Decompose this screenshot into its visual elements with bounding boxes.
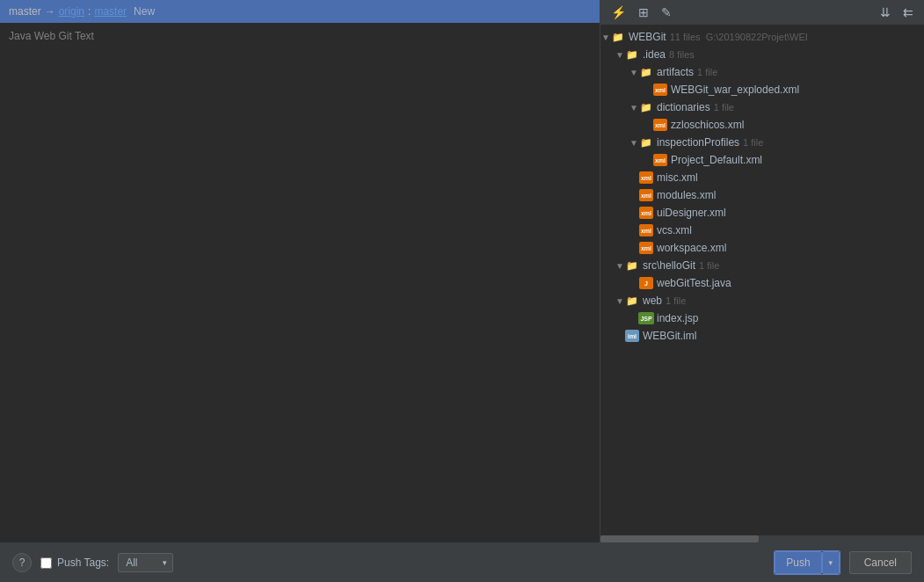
artifacts-label: artifacts: [657, 66, 694, 78]
left-content: Java Web Git Text: [0, 23, 600, 542]
file-label: workspace.xml: [657, 242, 726, 254]
tree-web-folder[interactable]: ▼ 📁 web 1 file: [600, 292, 924, 309]
inspection-arrow: ▼: [629, 138, 639, 148]
file-label: WEBGit_war_exploded.xml: [671, 84, 799, 96]
settings-icon[interactable]: ⇇: [899, 4, 917, 21]
expand-all-icon[interactable]: ⊞: [635, 4, 652, 21]
push-button[interactable]: Push: [775, 551, 821, 574]
new-badge: New: [134, 5, 155, 18]
web-arrow: ▼: [615, 296, 625, 306]
push-tags-checkbox[interactable]: [40, 557, 52, 569]
file-label: uiDesigner.xml: [657, 207, 726, 219]
root-folder-icon: 📁: [611, 30, 625, 44]
tree-artifacts-folder[interactable]: ▼ 📁 artifacts 1 file: [600, 63, 924, 81]
root-meta: 11 files G:\20190822Projet\WEI: [670, 32, 808, 42]
file-label: webGitTest.java: [657, 277, 731, 289]
list-item[interactable]: JSP index.jsp: [600, 309, 924, 327]
dict-folder-icon: 📁: [639, 100, 653, 114]
push-tags-wrapper: Push Tags:: [40, 557, 109, 569]
web-folder-icon: 📁: [625, 294, 639, 308]
inspection-folder-icon: 📁: [639, 135, 653, 149]
src-meta: 1 file: [699, 260, 719, 271]
root-label: WEBGit: [629, 31, 666, 43]
bottom-bar: ? Push Tags: All None Push ▼ Cancel: [0, 542, 924, 582]
push-tags-select[interactable]: All None: [118, 553, 173, 572]
list-item[interactable]: xml misc.xml: [600, 169, 924, 186]
idea-arrow: ▼: [615, 50, 625, 60]
list-item[interactable]: xml WEBGit_war_exploded.xml: [600, 81, 924, 98]
tree-dictionaries-folder[interactable]: ▼ 📁 dictionaries 1 file: [600, 98, 924, 116]
idea-label: .idea: [643, 48, 666, 61]
list-item[interactable]: xml uiDesigner.xml: [600, 204, 924, 222]
jsp-file-icon: JSP: [639, 311, 653, 325]
tree-inspection-folder[interactable]: ▼ 📁 inspectionProfiles 1 file: [600, 134, 924, 151]
collapse-icon[interactable]: ⇊: [877, 4, 894, 21]
file-label: Project_Default.xml: [671, 154, 762, 166]
list-item[interactable]: J webGitTest.java: [600, 274, 924, 292]
remote-link[interactable]: origin: [59, 5, 84, 18]
left-panel: master → origin : master New Java Web Gi…: [0, 0, 600, 542]
xml-file-icon: xml: [639, 171, 653, 185]
xml-file-icon: xml: [653, 118, 667, 132]
file-label: misc.xml: [657, 171, 698, 184]
tree-src-folder[interactable]: ▼ 📁 src\helloGit 1 file: [600, 257, 924, 274]
inspection-meta: 1 file: [743, 137, 763, 148]
file-label: zzloschicos.xml: [671, 119, 744, 131]
file-tree[interactable]: ▼ 📁 WEBGit 11 files G:\20190822Projet\WE…: [600, 25, 924, 535]
file-label: modules.xml: [657, 189, 716, 201]
right-toolbar: ⚡ ⊞ ✎ ⇊ ⇇: [600, 0, 924, 25]
tree-root[interactable]: ▼ 📁 WEBGit 11 files G:\20190822Projet\WE…: [600, 28, 924, 46]
push-dropdown-arrow[interactable]: ▼: [822, 551, 840, 574]
branch-header: master → origin : master New: [0, 0, 600, 23]
artifacts-arrow: ▼: [629, 68, 639, 77]
push-tags-select-wrapper[interactable]: All None: [118, 553, 173, 572]
xml-file-icon: xml: [639, 241, 653, 255]
xml-file-icon: xml: [639, 188, 653, 202]
xml-file-icon: xml: [639, 206, 653, 220]
list-item[interactable]: xml zzloschicos.xml: [600, 116, 924, 134]
push-tags-label: Push Tags:: [57, 557, 109, 569]
root-arrow: ▼: [600, 33, 611, 42]
push-button-group[interactable]: Push ▼: [774, 550, 840, 575]
dict-meta: 1 file: [714, 102, 734, 113]
tree-idea-folder[interactable]: ▼ 📁 .idea 8 files: [600, 46, 924, 63]
list-item[interactable]: iml WEBGit.iml: [600, 327, 924, 345]
xml-file-icon: xml: [639, 223, 653, 237]
web-meta: 1 file: [666, 295, 686, 306]
xml-file-icon: xml: [653, 83, 667, 97]
artifacts-meta: 1 file: [697, 67, 717, 77]
java-file-icon: J: [639, 276, 653, 290]
list-item[interactable]: xml vcs.xml: [600, 222, 924, 239]
web-label: web: [643, 295, 662, 307]
edit-icon[interactable]: ✎: [658, 4, 675, 21]
list-item[interactable]: xml workspace.xml: [600, 239, 924, 257]
file-label: WEBGit.iml: [643, 330, 696, 342]
iml-file-icon: iml: [625, 329, 639, 343]
remote-branch-link[interactable]: master: [94, 5, 127, 18]
colon-separator: :: [88, 5, 91, 18]
list-item[interactable]: xml Project_Default.xml: [600, 151, 924, 169]
auto-scroll-icon[interactable]: ⚡: [608, 4, 629, 21]
dict-arrow: ▼: [629, 103, 639, 113]
artifacts-folder-icon: 📁: [639, 65, 653, 79]
file-label: vcs.xml: [657, 224, 692, 236]
inspection-label: inspectionProfiles: [657, 136, 739, 149]
right-panel: ⚡ ⊞ ✎ ⇊ ⇇ ▼ 📁 WEBGit 11 files G:\2019082…: [600, 0, 924, 542]
src-arrow: ▼: [615, 261, 625, 271]
src-label: src\helloGit: [643, 259, 695, 272]
idea-folder-icon: 📁: [625, 47, 639, 62]
branch-arrow: →: [45, 5, 55, 18]
help-button[interactable]: ?: [12, 553, 32, 572]
file-label: index.jsp: [657, 312, 698, 324]
list-item[interactable]: xml modules.xml: [600, 186, 924, 204]
local-branch-label: master: [9, 5, 41, 18]
dict-label: dictionaries: [657, 101, 710, 113]
xml-file-icon: xml: [653, 153, 667, 167]
src-folder-icon: 📁: [625, 258, 639, 273]
idea-meta: 8 files: [669, 49, 695, 60]
left-description: Java Web Git Text: [9, 30, 94, 42]
cancel-button[interactable]: Cancel: [849, 551, 912, 574]
